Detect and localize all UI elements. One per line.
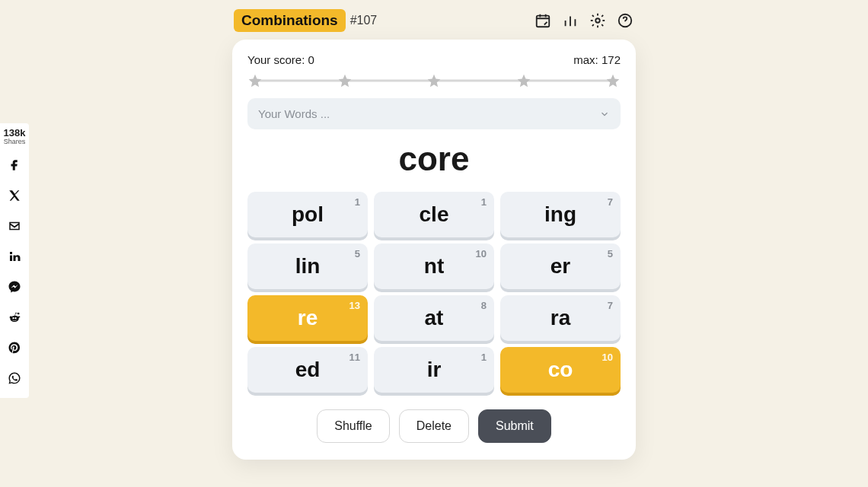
tile-count: 1 <box>481 196 487 208</box>
shuffle-button[interactable]: Shuffle <box>317 409 390 443</box>
tile-text: pol <box>292 202 324 227</box>
tile-pol[interactable]: pol1 <box>247 192 368 237</box>
facebook-icon <box>8 158 21 172</box>
tile-cle[interactable]: cle1 <box>374 192 494 237</box>
progress-stars <box>247 72 621 89</box>
action-buttons: Shuffle Delete Submit <box>247 409 621 443</box>
gear-icon <box>589 12 606 29</box>
your-words-placeholder: Your Words ... <box>258 107 330 120</box>
share-count: 138k <box>0 128 29 138</box>
tile-lin[interactable]: lin5 <box>247 244 368 289</box>
tile-count: 13 <box>349 300 360 311</box>
bar-chart-icon <box>562 12 579 29</box>
tile-count: 7 <box>608 196 613 208</box>
tile-text: at <box>425 306 444 330</box>
max-score-label: max: <box>573 53 598 66</box>
share-messenger[interactable] <box>0 272 29 302</box>
tile-count: 5 <box>608 248 613 259</box>
tile-text: cle <box>420 202 449 227</box>
share-pinterest[interactable] <box>0 333 29 363</box>
tile-text: er <box>550 254 570 279</box>
tile-count: 11 <box>349 352 360 363</box>
tile-text: nt <box>424 254 444 279</box>
star-5 <box>605 73 621 88</box>
max-score: max: 172 <box>573 53 621 66</box>
game-container: Combinations #107 Your score: 0 <box>232 9 636 460</box>
tile-count: 5 <box>355 248 360 259</box>
svg-point-1 <box>595 18 600 23</box>
your-score-label: Your score: <box>247 53 305 66</box>
header-left: Combinations #107 <box>234 9 377 32</box>
your-words-dropdown[interactable]: Your Words ... <box>247 98 621 129</box>
calendar-button[interactable] <box>534 11 552 30</box>
max-score-value: 172 <box>602 53 621 66</box>
svg-rect-0 <box>537 16 550 27</box>
your-score-value: 0 <box>308 53 314 66</box>
tile-er[interactable]: er5 <box>500 244 621 289</box>
tile-nt[interactable]: nt10 <box>374 244 494 289</box>
tile-ir[interactable]: ir1 <box>374 347 494 393</box>
star-4 <box>516 73 531 88</box>
score-row: Your score: 0 max: 172 <box>247 53 621 66</box>
star-1 <box>247 73 263 88</box>
share-whatsapp[interactable] <box>0 363 29 393</box>
reddit-icon <box>8 310 21 324</box>
tile-text: ed <box>295 358 321 382</box>
share-email[interactable] <box>0 211 29 241</box>
messenger-icon <box>8 280 21 294</box>
header: Combinations #107 <box>232 9 636 32</box>
settings-button[interactable] <box>589 11 607 30</box>
delete-button[interactable]: Delete <box>399 409 469 443</box>
tile-count: 8 <box>481 300 487 311</box>
star-2 <box>337 73 353 88</box>
tile-count: 10 <box>602 352 613 363</box>
your-score: Your score: 0 <box>247 53 314 66</box>
help-button[interactable] <box>616 11 634 30</box>
share-count-label: Shares <box>0 138 29 145</box>
stats-button[interactable] <box>561 11 579 30</box>
share-reddit[interactable] <box>0 302 29 333</box>
current-word: core <box>247 140 621 178</box>
tile-at[interactable]: at8 <box>374 295 494 341</box>
submit-button[interactable]: Submit <box>478 409 551 443</box>
tile-re[interactable]: re13 <box>247 295 368 341</box>
tile-count: 1 <box>355 196 360 208</box>
tile-text: lin <box>295 254 321 279</box>
tile-co[interactable]: co10 <box>500 347 621 393</box>
x-icon <box>8 189 21 202</box>
help-icon <box>617 12 633 29</box>
tile-text: ra <box>550 306 570 330</box>
share-sidebar: 138k Shares <box>0 123 29 398</box>
share-linkedin[interactable] <box>0 241 29 272</box>
puzzle-number: #107 <box>350 14 378 27</box>
tile-text: ing <box>544 202 576 227</box>
share-x[interactable] <box>0 180 29 211</box>
tile-text: ir <box>427 358 442 382</box>
calendar-icon <box>535 12 551 29</box>
tile-count: 10 <box>476 248 487 259</box>
star-3 <box>426 73 442 88</box>
share-facebook[interactable] <box>0 150 29 180</box>
pinterest-icon <box>8 341 21 355</box>
tile-ra[interactable]: ra7 <box>500 295 621 341</box>
whatsapp-icon <box>8 371 21 385</box>
tile-count: 1 <box>481 352 487 363</box>
tile-text: co <box>548 358 573 382</box>
linkedin-icon <box>8 250 21 263</box>
tile-grid: pol1cle1ing7lin5nt10er5re13at8ra7ed11ir1… <box>247 192 621 393</box>
tile-ing[interactable]: ing7 <box>500 192 621 237</box>
email-icon <box>8 219 21 233</box>
chevron-down-icon <box>599 109 610 119</box>
header-icons <box>534 11 634 30</box>
game-card: Your score: 0 max: 172 Your Words ... co… <box>232 40 636 460</box>
tile-ed[interactable]: ed11 <box>247 347 368 393</box>
game-title: Combinations <box>234 9 346 32</box>
tile-count: 7 <box>608 300 613 311</box>
tile-text: re <box>298 306 318 330</box>
